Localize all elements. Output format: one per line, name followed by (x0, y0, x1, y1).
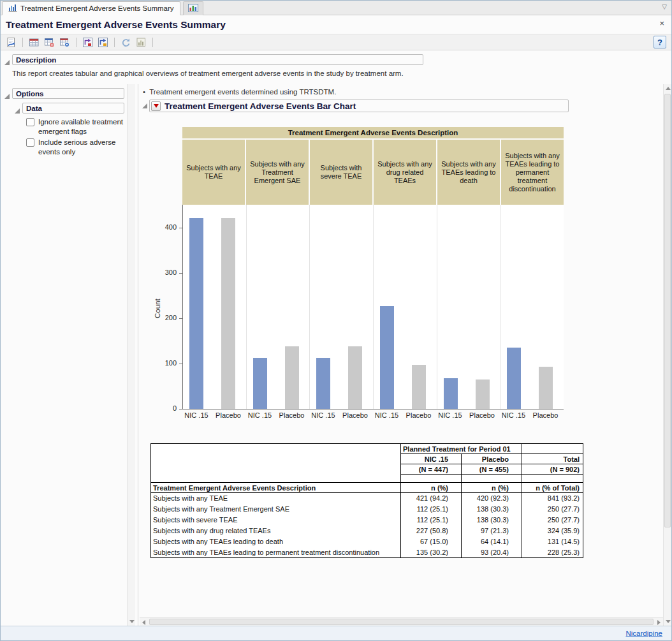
graph-tab-icon (188, 4, 198, 13)
bar-nic15-3[interactable] (380, 306, 394, 409)
note-text: • Treatment emergent events determined u… (143, 88, 336, 96)
table-stat-header: n (%) (401, 483, 462, 493)
chart-category-header: Subjects with any TEAEs leading to perma… (500, 140, 564, 205)
horizontal-scroll-thumb[interactable] (149, 619, 654, 625)
bar-placebo-3[interactable] (412, 365, 426, 409)
disclosure-triangle-options[interactable] (4, 94, 10, 99)
report-body: Options Data Ignore available treatment … (1, 84, 671, 626)
bar-placebo-5[interactable] (539, 367, 553, 409)
study-link[interactable]: Nicardipine (625, 630, 662, 637)
y-tick-mark (179, 318, 182, 319)
table-group-header: Planned Treatment for Period 01 (401, 444, 522, 454)
bar-nic15-5[interactable] (507, 348, 521, 409)
x-label-group: NIC .15Placebo (310, 409, 374, 422)
options-panel: Options Data Ignore available treatment … (1, 84, 127, 626)
disclosure-triangle-description[interactable] (4, 60, 10, 65)
y-tick-label: 400 (140, 223, 177, 231)
section-title: Treatment Emergent Adverse Events Bar Ch… (164, 101, 356, 111)
toolbar-separator (152, 38, 153, 47)
table-n-placebo: (N = 455) (462, 464, 522, 475)
table-row: Subjects with any TEAEs leading to death… (151, 536, 583, 547)
description-header[interactable]: Description (12, 54, 423, 65)
panel-splitter[interactable] (138, 84, 138, 626)
table-row: Subjects with severe TEAE112 (25.1)138 (… (151, 515, 583, 526)
y-tick-label: 300 (140, 269, 177, 276)
bar-chart-icon (8, 4, 17, 13)
bar-chart-section-header[interactable]: Treatment Emergent Adverse Events Bar Ch… (149, 99, 569, 112)
close-icon[interactable]: × (659, 18, 664, 28)
bar-nic15-1[interactable] (253, 358, 267, 409)
bar-placebo-4[interactable] (476, 379, 490, 409)
chart-group (374, 205, 437, 409)
disclosure-triangle-bar-chart[interactable] (142, 103, 147, 108)
chart-title: Treatment Emergent Adverse Events Descri… (182, 127, 564, 138)
bar-placebo-2[interactable] (348, 346, 362, 409)
tab-label: Treatment Emergent Adverse Events Summar… (20, 4, 174, 12)
save-report-icon[interactable] (4, 36, 18, 49)
bar-chart: Count Treatment Emergent Adverse Events … (140, 127, 573, 425)
horizontal-scrollbar[interactable] (140, 617, 663, 626)
chart-category-header: Subjects with any TEAE (182, 140, 245, 205)
table-n-total: (N = 902) (522, 464, 583, 475)
checkbox-row-serious-only: Include serious adverse events only (26, 138, 127, 157)
red-triangle-menu-icon[interactable] (151, 101, 161, 111)
bar-placebo-0[interactable] (221, 218, 235, 409)
vertical-scroll-thumb[interactable] (664, 94, 671, 527)
bar-nic15-4[interactable] (444, 378, 458, 409)
chart-plot (182, 205, 564, 409)
y-tick-mark (179, 364, 182, 364)
data-table-view-icon[interactable] (58, 36, 71, 49)
x-label-group: NIC .15Placebo (183, 409, 247, 422)
chart-group (437, 205, 501, 409)
x-tick-label: NIC .15 (502, 411, 525, 419)
chart-main: Treatment Emergent Adverse Events Descri… (182, 127, 564, 422)
table-n-nic: (N = 447) (401, 464, 462, 475)
sidebar-scroll-down-icon[interactable] (128, 617, 136, 626)
y-tick-label: 100 (140, 359, 177, 367)
toolbar-separator (114, 38, 115, 47)
tab-graph[interactable] (183, 1, 203, 15)
chart-category-header: Subjects with any Treatment Emergent SAE (245, 140, 309, 205)
serious-only-checkbox[interactable] (26, 138, 34, 147)
chart-group (310, 205, 374, 409)
description-section: Description This report creates tabular … (1, 52, 671, 84)
checkbox-label: Ignore available treatment emergent flag… (38, 117, 127, 136)
new-data-table-icon[interactable] (27, 36, 41, 49)
x-label-group: NIC .15Placebo (247, 409, 310, 422)
report-content: • Treatment emergent events determined u… (140, 84, 663, 617)
toolbar-separator (22, 38, 23, 47)
data-table-add-icon[interactable] (43, 36, 56, 49)
tab-strip: Treatment Emergent Adverse Events Summar… (1, 1, 671, 15)
table-stat-header: n (%) (462, 483, 522, 493)
tab-list-dropdown-icon[interactable]: ▽ (662, 4, 667, 10)
help-icon[interactable]: ? (654, 36, 666, 48)
summary-table: Planned Treatment for Period 01 NIC .15 … (150, 443, 583, 558)
app-window: Treatment Emergent Adverse Events Summar… (0, 0, 672, 641)
ignore-flags-checkbox[interactable] (26, 118, 34, 126)
table-stat-header: n (% of Total) (522, 483, 583, 493)
graph-builder-icon[interactable] (135, 36, 148, 49)
options-header[interactable]: Options (12, 88, 124, 99)
scroll-down-icon[interactable] (664, 617, 672, 626)
bar-nic15-2[interactable] (316, 358, 330, 409)
sidebar-scrollbar[interactable] (127, 84, 135, 626)
disclosure-triangle-data[interactable] (15, 108, 20, 114)
vertical-scrollbar[interactable] (663, 84, 671, 626)
x-tick-label: Placebo (342, 411, 368, 419)
relaunch-options-icon[interactable] (96, 36, 110, 49)
chart-column-headers: Subjects with any TEAESubjects with any … (182, 140, 564, 205)
x-tick-label: Placebo (406, 411, 432, 419)
x-label-group: NIC .15Placebo (437, 409, 500, 422)
bar-placebo-1[interactable] (285, 346, 299, 409)
data-header[interactable]: Data (22, 103, 124, 114)
bar-nic15-0[interactable] (189, 218, 203, 409)
table-row: Subjects with any drug related TEAEs227 … (151, 526, 583, 536)
table-row: Subjects with any Treatment Emergent SAE… (151, 504, 583, 515)
tab-teae-summary[interactable]: Treatment Emergent Adverse Events Summar… (2, 1, 180, 15)
x-label-group: NIC .15Placebo (374, 409, 437, 422)
page-title: Treatment Emergent Adverse Events Summar… (6, 19, 226, 31)
checkbox-row-ignore-flags: Ignore available treatment emergent flag… (26, 117, 127, 136)
scroll-up-icon[interactable] (664, 84, 672, 92)
refresh-icon[interactable] (119, 36, 133, 49)
relaunch-dialog-icon[interactable] (81, 36, 94, 49)
